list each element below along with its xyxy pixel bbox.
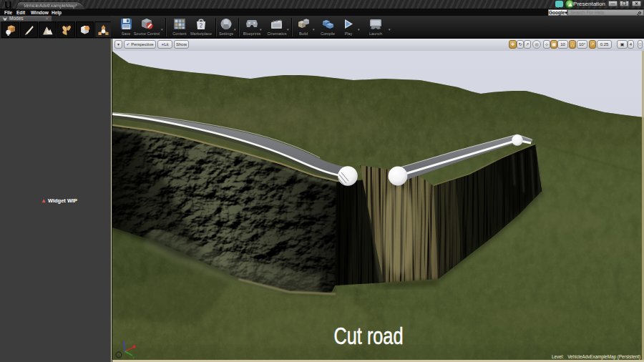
svg-text:o: o	[117, 353, 119, 358]
svg-text:Cut road: Cut road	[334, 323, 404, 349]
svg-text:Level: VehicleAdvExampleMap: Level: VehicleAdvExampleMap (Persistent)	[552, 354, 640, 360]
